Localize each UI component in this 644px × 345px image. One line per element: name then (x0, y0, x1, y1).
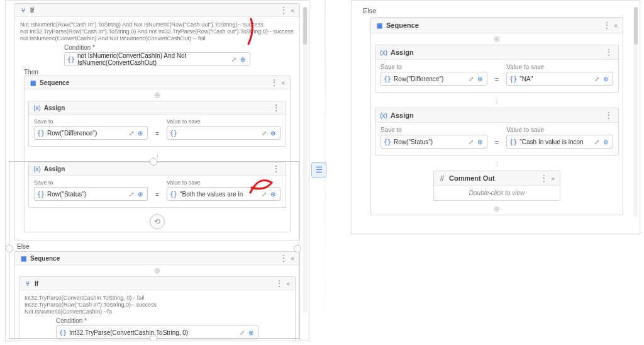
resize-handle[interactable] (6, 245, 13, 252)
collapse-icon[interactable]: « (289, 7, 296, 14)
expand-icon[interactable]: ⤢ (592, 139, 601, 145)
add-icon[interactable]: ⊕ (136, 130, 145, 137)
activity-title: Comment Out (449, 174, 495, 182)
add-icon[interactable]: ⊕ (238, 56, 247, 63)
expand-icon[interactable]: ⤢ (467, 139, 475, 145)
expression-icon: {} (37, 130, 45, 137)
equals-label: = (155, 130, 159, 140)
activity-title: Assign (391, 48, 414, 56)
resize-handle[interactable] (294, 245, 301, 252)
expand-icon[interactable]: ⤢ (230, 56, 238, 63)
branch-icon: ⑂ (19, 6, 28, 14)
value-input[interactable]: {} ⤢ ⊕ (167, 126, 280, 140)
expression-icon: {} (384, 139, 391, 145)
assign-icon: (x) (379, 111, 388, 120)
more-menu-icon[interactable]: ⋮ (271, 103, 282, 112)
assign-activity[interactable]: (x) Assign ⋮ Save to {} Row("Difference"… (28, 101, 286, 147)
add-activity-icon[interactable]: ⊕ (371, 35, 623, 43)
add-icon[interactable]: ⊕ (475, 76, 484, 82)
expression-icon: {} (170, 130, 177, 137)
add-activity-icon[interactable]: ⊕ (25, 91, 290, 99)
collapse-icon[interactable]: « (280, 79, 286, 86)
condition-input[interactable]: {} not IsNumeric(ConvertCashIn) And Not … (64, 52, 250, 66)
value-to-save-label: Value to save (506, 127, 613, 133)
collapse-icon[interactable]: « (613, 22, 619, 29)
flow-arrow-icon: ↓ (371, 159, 623, 168)
activity-title: Assign (44, 105, 65, 111)
comment-line: Not IsNumeric(Row("Cash In").ToString) A… (20, 21, 294, 28)
equals-label: = (495, 139, 499, 149)
more-menu-icon[interactable]: ⋮ (602, 21, 613, 30)
value-input[interactable]: {} "NA" ⤢ ⊕ (506, 72, 613, 86)
left-workflow-pane: ⑂ If ⋮ « Not IsNumeric(Row("Cash In").To… (5, 0, 309, 341)
expression-icon: {} (509, 76, 517, 82)
activity-title: If (30, 7, 34, 14)
activity-title: Sequence (40, 79, 69, 86)
activity-title: Assign (391, 111, 414, 119)
expand-icon[interactable]: ⤢ (467, 76, 475, 82)
add-icon[interactable]: ⊕ (601, 139, 610, 145)
then-label: Then (24, 69, 294, 76)
right-workflow-pane: Else ▦ Sequence ⋮ « ⊕ (x) Assign ⋮ Save … (351, 0, 640, 234)
comment-icon: // (438, 174, 447, 183)
add-activity-icon[interactable]: ⊕ (371, 205, 623, 213)
assign-activity[interactable]: (x) Assign ⋮ Save to {} Row("Difference"… (375, 45, 619, 93)
save-to-input[interactable]: {} Row("Difference") ⤢ ⊕ (380, 72, 487, 86)
expand-icon[interactable]: » (550, 175, 556, 182)
activity-title: Sequence (386, 21, 419, 29)
scrollbar[interactable] (633, 7, 638, 217)
expand-icon[interactable]: ⤢ (260, 130, 269, 137)
expression-icon: {} (509, 139, 517, 145)
sequence-icon: ▦ (375, 21, 384, 30)
expand-icon[interactable]: ⤢ (127, 130, 136, 137)
more-menu-icon[interactable]: ⋮ (269, 78, 280, 87)
comment-out-activity[interactable]: // Comment Out ⋮ » Double-click to view (433, 171, 560, 201)
save-to-label: Save to (380, 64, 487, 71)
save-to-input[interactable]: {} Row("Difference") ⤢ ⊕ (34, 126, 148, 140)
expand-icon[interactable]: ⤢ (592, 76, 601, 82)
value-to-save-label: Value to save (167, 118, 280, 125)
more-menu-icon[interactable]: ⋮ (604, 111, 614, 120)
add-icon[interactable]: ⊕ (269, 130, 277, 137)
condition-label: Condition * (64, 44, 250, 51)
resize-handle[interactable] (150, 334, 157, 341)
comment-placeholder[interactable]: Double-click to view (434, 186, 560, 200)
selection-outline (9, 161, 299, 339)
flow-arrow-icon: ↓ (25, 150, 290, 159)
expression-icon: {} (384, 76, 391, 82)
value-to-save-label: Value to save (506, 64, 613, 71)
sequence-activity[interactable]: ▦ Sequence ⋮ « ⊕ (x) Assign ⋮ Save to {} (370, 17, 623, 215)
save-to-label: Save to (380, 127, 487, 133)
add-icon[interactable]: ⊕ (475, 139, 484, 145)
more-menu-icon[interactable]: ⋮ (604, 48, 614, 57)
sequence-icon: ▦ (28, 78, 37, 87)
assign-icon: (x) (379, 48, 388, 57)
save-to-label: Save to (34, 118, 148, 125)
more-menu-icon[interactable]: ⋮ (539, 174, 550, 183)
assign-activity[interactable]: (x) Assign ⋮ Save to {} Row("Status") ⤢ … (375, 108, 619, 156)
container-menu-icon[interactable]: ☰ (311, 162, 326, 178)
comment-line: not Int32.TryParse(Row("Cash In").ToStri… (20, 28, 294, 35)
flow-arrow-icon: ↓ (371, 96, 623, 105)
resize-handle[interactable] (150, 158, 157, 166)
else-label: Else (363, 7, 640, 14)
more-menu-icon[interactable]: ⋮ (279, 6, 289, 14)
scrollbar[interactable] (303, 7, 308, 313)
equals-label: = (495, 76, 499, 86)
expression-icon: {} (67, 56, 75, 63)
add-icon[interactable]: ⊕ (601, 76, 610, 82)
save-to-input[interactable]: {} Row("Status") ⤢ ⊕ (380, 135, 487, 149)
assign-icon: (x) (33, 103, 42, 112)
value-input[interactable]: {} "Cash In value is incon ⤢ ⊕ (506, 135, 613, 149)
comment-line: not IsNumeric(ConvertCashIn) And Not IsN… (20, 35, 294, 42)
